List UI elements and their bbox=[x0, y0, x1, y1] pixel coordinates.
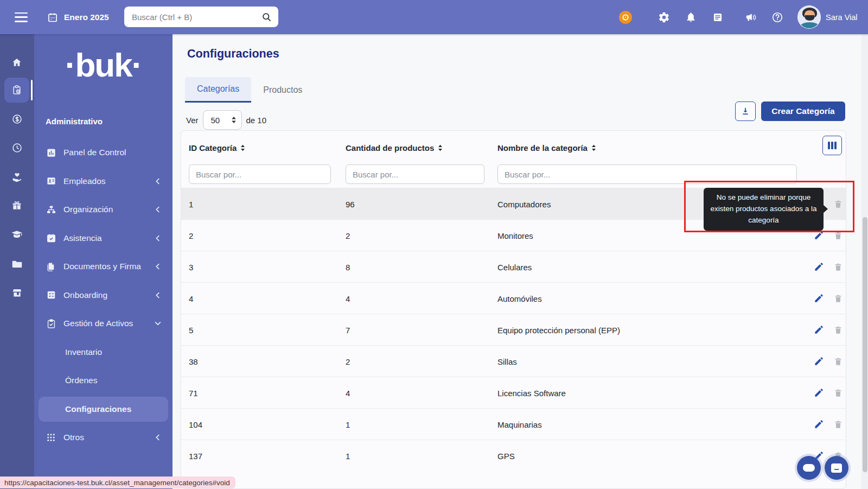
sidebar-section-label: Administrativo bbox=[46, 117, 103, 126]
table-row[interactable]: 38 2 Sillas bbox=[181, 345, 846, 377]
delete-icon[interactable] bbox=[832, 387, 844, 399]
column-header-nombre[interactable]: Nombre de la categoría bbox=[497, 131, 596, 164]
delete-icon[interactable] bbox=[832, 261, 844, 273]
user-name[interactable]: Sara Vial bbox=[826, 0, 858, 34]
cell-nombre-categoria: Maquinarias bbox=[497, 409, 542, 440]
time-icon[interactable] bbox=[4, 135, 29, 160]
page-size-select[interactable]: 50 bbox=[203, 110, 242, 130]
sidebar-item-documentos-y-firma[interactable]: Documentos y Firma bbox=[34, 252, 173, 281]
delete-icon[interactable] bbox=[832, 418, 844, 430]
settings-icon[interactable] bbox=[658, 11, 671, 24]
scrollbar[interactable] bbox=[861, 34, 868, 489]
home-icon[interactable] bbox=[4, 50, 29, 75]
select-arrows-icon bbox=[231, 116, 237, 124]
payroll-icon[interactable] bbox=[4, 106, 29, 131]
buk-assistant-icon[interactable] bbox=[619, 11, 632, 24]
benefits-hand-icon[interactable] bbox=[4, 164, 29, 189]
tab-productos[interactable]: Productos bbox=[251, 77, 314, 103]
delete-icon[interactable] bbox=[832, 355, 844, 367]
support-fab-button[interactable] bbox=[825, 456, 848, 480]
table-row[interactable]: 71 4 Licencias Software bbox=[181, 377, 846, 408]
help-icon[interactable] bbox=[771, 11, 784, 24]
table-row[interactable]: 5 7 Equipo protección personal (EPP) bbox=[181, 314, 846, 345]
column-visibility-button[interactable] bbox=[822, 136, 842, 155]
sidebar-item-otros[interactable]: Otros bbox=[34, 423, 173, 452]
sidebar-item-inventario[interactable]: Inventario bbox=[34, 338, 173, 367]
edit-icon[interactable] bbox=[813, 293, 825, 304]
training-cap-icon[interactable] bbox=[4, 222, 29, 247]
tabs: Categorías Productos bbox=[185, 77, 314, 103]
column-header-id[interactable]: ID Categoría bbox=[189, 131, 245, 164]
create-category-button[interactable]: Crear Categoría bbox=[761, 101, 845, 121]
page-size-control: Ver 50 de 10 bbox=[186, 110, 266, 130]
edit-icon[interactable] bbox=[813, 387, 825, 399]
employees-badge-icon bbox=[46, 176, 56, 187]
orgchart-icon bbox=[46, 204, 56, 215]
chat-smile-icon bbox=[831, 463, 842, 473]
table-row[interactable]: 4 4 Automóviles bbox=[181, 282, 846, 314]
cell-nombre-categoria: GPS bbox=[497, 440, 515, 472]
table-row[interactable]: 104 1 Maquinarias bbox=[181, 408, 846, 440]
sidebar-item-organizacion[interactable]: Organización bbox=[34, 195, 173, 224]
chat-fab-button[interactable] bbox=[797, 456, 821, 480]
column-header-cantidad[interactable]: Cantidad de productos bbox=[346, 131, 443, 164]
avatar[interactable] bbox=[797, 5, 821, 29]
filter-input-nombre[interactable] bbox=[497, 164, 797, 184]
search-input[interactable] bbox=[132, 12, 261, 22]
edit-icon[interactable] bbox=[813, 324, 825, 336]
edit-icon[interactable] bbox=[813, 355, 825, 367]
sidebar-item-ordenes[interactable]: Órdenes bbox=[34, 366, 173, 395]
delete-icon[interactable] bbox=[832, 324, 844, 336]
cell-cantidad-productos: 2 bbox=[346, 220, 350, 251]
sidebar-item-empleados[interactable]: Empleados bbox=[34, 167, 173, 196]
cell-cantidad-productos: 8 bbox=[346, 251, 350, 283]
notifications-icon[interactable] bbox=[684, 11, 697, 24]
period-selector[interactable]: Enero 2025 bbox=[47, 12, 109, 23]
cell-nombre-categoria: Celulares bbox=[497, 251, 532, 283]
cell-nombre-categoria: Automóviles bbox=[497, 283, 542, 314]
edit-icon[interactable] bbox=[813, 230, 825, 242]
folder-icon[interactable] bbox=[4, 251, 29, 276]
cell-nombre-categoria: Licencias Software bbox=[497, 377, 566, 409]
dashboard-icon bbox=[46, 147, 56, 158]
news-icon[interactable] bbox=[711, 11, 724, 24]
status-url-bar: https://capacitaciones-test.buk.cl/asset… bbox=[0, 477, 235, 488]
search-icon[interactable] bbox=[261, 12, 272, 22]
table-row[interactable]: 3 8 Celulares bbox=[181, 251, 846, 282]
sidebar: ·buk· Administrativo Panel de Control Em… bbox=[34, 34, 173, 489]
filter-input-id[interactable] bbox=[189, 164, 331, 184]
speech-bubble-icon bbox=[803, 464, 815, 472]
sidebar-item-configuraciones[interactable]: Configuraciones bbox=[34, 395, 173, 424]
storefront-icon[interactable] bbox=[4, 280, 29, 305]
sort-icon[interactable] bbox=[591, 144, 596, 151]
announcements-icon[interactable] bbox=[744, 11, 757, 24]
asset-management-icon[interactable] bbox=[4, 78, 29, 103]
delete-icon[interactable] bbox=[832, 198, 844, 210]
edit-icon[interactable] bbox=[813, 261, 825, 273]
sidebar-item-gestion-de-activos[interactable]: Gestión de Activos bbox=[34, 309, 173, 338]
cell-cantidad-productos: 4 bbox=[346, 283, 350, 314]
sort-icon[interactable] bbox=[438, 144, 443, 151]
page-title: Configuraciones bbox=[187, 47, 279, 61]
buk-logo: ·buk· bbox=[34, 40, 173, 90]
sidebar-item-onboarding[interactable]: Onboarding bbox=[34, 281, 173, 310]
cell-id-categoria: 4 bbox=[189, 283, 193, 314]
sidebar-item-asistencia[interactable]: Asistencia bbox=[34, 224, 173, 253]
download-button[interactable] bbox=[735, 101, 756, 121]
sort-icon[interactable] bbox=[240, 144, 245, 151]
filter-input-cantidad[interactable] bbox=[346, 164, 484, 184]
global-search bbox=[124, 7, 278, 27]
gift-icon[interactable] bbox=[4, 193, 29, 218]
scrollbar-thumb[interactable] bbox=[863, 217, 867, 472]
tab-categorias[interactable]: Categorías bbox=[185, 77, 251, 103]
delete-icon[interactable] bbox=[832, 230, 844, 242]
menu-icon[interactable] bbox=[15, 12, 28, 22]
delete-icon[interactable] bbox=[832, 293, 844, 304]
edit-icon[interactable] bbox=[813, 418, 825, 430]
grid-icon bbox=[46, 432, 56, 443]
table-header: ID Categoría Cantidad de productos Nombr… bbox=[181, 131, 846, 164]
delete-disabled-tooltip: No se puede eliminar porque existen prod… bbox=[704, 188, 824, 231]
table-row[interactable]: 137 1 GPS bbox=[181, 440, 846, 471]
sidebar-item-panel-de-control[interactable]: Panel de Control bbox=[34, 138, 173, 167]
table-filter-row bbox=[181, 164, 846, 188]
